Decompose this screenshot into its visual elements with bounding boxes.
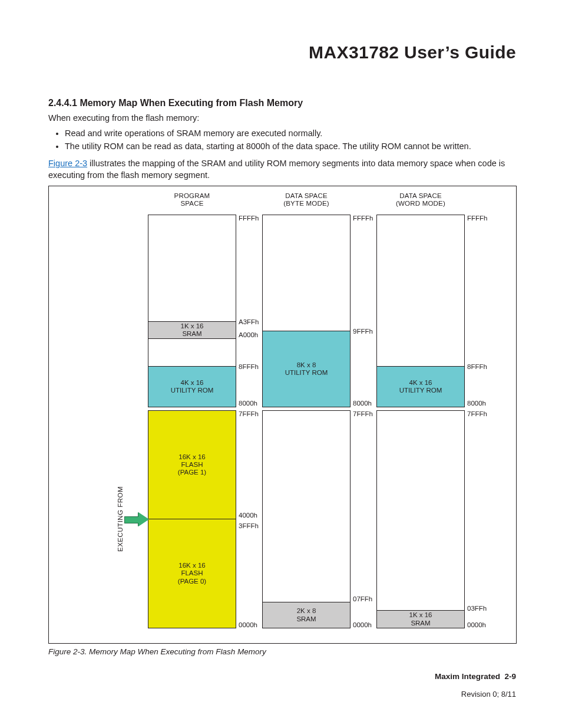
addr-label: 07FFh	[353, 595, 372, 602]
region-line: 1K x 16	[409, 611, 432, 618]
region-line: 8K x 8	[297, 361, 316, 368]
region-line: 4K x 16	[180, 379, 203, 386]
addr-label: 7FFFh	[239, 410, 259, 417]
addr-label: 8000h	[467, 400, 486, 407]
region-line: (PAGE 1)	[178, 469, 206, 476]
addr-label: 8000h	[239, 400, 257, 407]
prog-sram: 1K x 16 SRAM	[148, 321, 236, 339]
intro-text: When executing from the flash memory:	[48, 113, 199, 123]
section-number: 2.4.4.1	[48, 98, 77, 108]
list-item: The utility ROM can be read as data, sta…	[65, 141, 471, 151]
column-label-line: (BYTE MODE)	[283, 200, 329, 207]
prog-empty-top	[148, 215, 236, 322]
prog-empty-mid	[148, 338, 236, 367]
column-label-byte: DATA SPACE (BYTE MODE)	[262, 192, 351, 207]
region-text: 16K x 16 FLASH (PAGE 0)	[178, 562, 206, 585]
region-line: UTILITY ROM	[285, 369, 328, 376]
region-line: UTILITY ROM	[399, 387, 442, 394]
bullet-list: Read and write operations of SRAM memory…	[48, 125, 471, 154]
footer-company: Maxim Integrated 2-9	[435, 672, 516, 681]
addr-label: 8FFFh	[239, 363, 259, 370]
region-text: 2K x 8 SRAM	[296, 607, 316, 622]
region-text: 1K x 16 SRAM	[409, 611, 432, 627]
region-line: UTILITY ROM	[171, 387, 214, 394]
region-line: SRAM	[182, 330, 201, 337]
addr-label: FFFFh	[353, 215, 373, 222]
figure-frame: PROGRAM SPACE DATA SPACE (BYTE MODE) DAT…	[48, 186, 517, 644]
addr-label: 7FFFh	[353, 410, 373, 417]
prog-flash-page1: 16K x 16 FLASH (PAGE 1)	[148, 410, 236, 519]
region-line: 16K x 16	[178, 453, 205, 460]
body-paragraph: Figure 2-3 illustrates the mapping of th…	[48, 158, 516, 181]
arrow-head-icon	[138, 512, 149, 526]
section-title: Memory Map When Executing from Flash Mem…	[80, 98, 303, 108]
figure-link[interactable]: Figure 2-3	[48, 159, 87, 168]
region-text: 4K x 16 UTILITY ROM	[171, 379, 214, 394]
region-text: 4K x 16 UTILITY ROM	[399, 379, 442, 394]
page-title: MAX31782 User’s Guide	[309, 42, 516, 62]
executing-from-label: EXECUTING FROM	[117, 486, 124, 552]
column-label-line: (WORD MODE)	[396, 200, 445, 207]
footer-page-number: 2-9	[504, 672, 516, 681]
region-text: 16K x 16 FLASH (PAGE 1)	[178, 453, 206, 477]
addr-label: 8FFFh	[467, 363, 487, 370]
addr-label: 4000h	[239, 512, 257, 519]
column-label-word: DATA SPACE (WORD MODE)	[376, 192, 465, 207]
addr-label: 9FFFh	[353, 328, 373, 335]
addr-label: 0000h	[467, 621, 486, 628]
word-empty-mid	[376, 410, 465, 611]
body-text: illustrates the mapping of the SRAM and …	[48, 159, 505, 180]
region-line: 2K x 8	[297, 607, 316, 614]
byte-utility-rom: 8K x 8 UTILITY ROM	[262, 331, 351, 407]
word-sram: 1K x 16 SRAM	[376, 610, 465, 628]
arrow-icon	[124, 516, 140, 523]
column-label-program: PROGRAM SPACE	[148, 192, 236, 207]
region-line: FLASH	[181, 569, 203, 577]
addr-label: 3FFFh	[239, 522, 259, 529]
addr-label: 0000h	[353, 621, 372, 628]
word-empty-top	[376, 215, 465, 367]
addr-label: 0000h	[239, 621, 257, 628]
region-text: 8K x 8 UTILITY ROM	[285, 361, 328, 377]
addr-label: FFFFh	[467, 215, 488, 222]
column-label-line: PROGRAM	[174, 192, 210, 199]
region-line: 1K x 16	[181, 322, 204, 330]
prog-utility-rom: 4K x 16 UTILITY ROM	[148, 366, 236, 407]
addr-label: FFFFh	[239, 215, 259, 222]
region-line: 4K x 16	[409, 379, 432, 386]
region-line: SRAM	[411, 620, 430, 627]
addr-label: A000h	[239, 331, 258, 338]
addr-label: 03FFh	[467, 605, 487, 612]
column-label-line: DATA SPACE	[399, 192, 442, 199]
footer-company-name: Maxim Integrated	[435, 672, 500, 681]
addr-label: 7FFFh	[467, 410, 487, 417]
figure-caption: Figure 2-3. Memory Map When Executing fr…	[48, 647, 266, 656]
region-line: SRAM	[296, 615, 316, 622]
list-item: Read and write operations of SRAM memory…	[65, 129, 471, 138]
addr-label: 8000h	[353, 400, 372, 407]
region-line: FLASH	[181, 461, 203, 468]
word-utility-rom: 4K x 16 UTILITY ROM	[376, 366, 465, 407]
byte-sram: 2K x 8 SRAM	[262, 602, 351, 628]
column-label-line: SPACE	[180, 200, 203, 207]
region-line: (PAGE 0)	[178, 578, 206, 585]
byte-empty-mid	[262, 410, 351, 602]
prog-flash-page0: 16K x 16 FLASH (PAGE 0)	[148, 519, 236, 628]
footer-revision: Revision 0; 8/11	[461, 690, 516, 699]
addr-label: A3FFh	[239, 318, 259, 325]
region-line: 16K x 16	[178, 562, 205, 569]
byte-empty-top	[262, 215, 351, 331]
section-heading: 2.4.4.1 Memory Map When Executing from F…	[48, 98, 303, 108]
column-label-line: DATA SPACE	[285, 192, 328, 199]
region-text: 1K x 16 SRAM	[181, 322, 204, 338]
